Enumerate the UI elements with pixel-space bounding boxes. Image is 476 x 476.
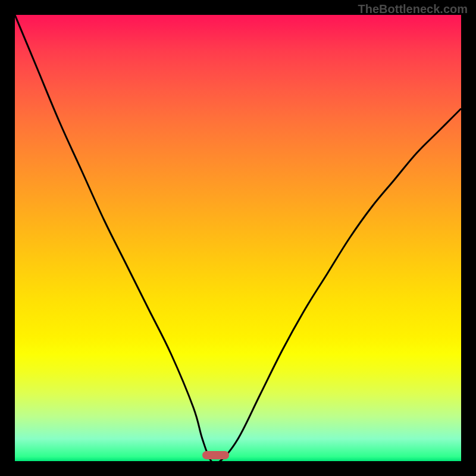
optimal-range-marker: [202, 451, 229, 459]
watermark-text: TheBottleneck.com: [358, 2, 468, 16]
bottleneck-curve: [15, 15, 461, 461]
chart-plot-area: [15, 15, 461, 461]
